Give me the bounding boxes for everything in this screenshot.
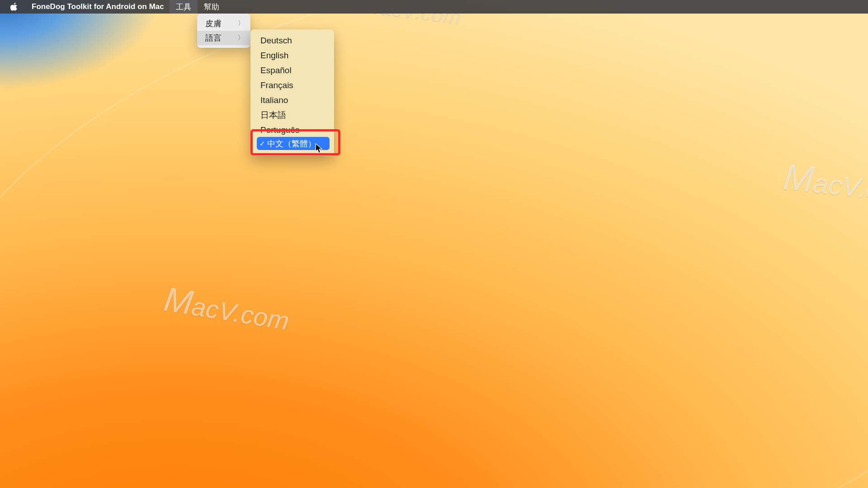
watermark: MacV.com [161, 280, 292, 338]
menu-tools[interactable]: 工具 [170, 0, 198, 14]
tools-dropdown: 皮膚 〉 語言 〉 [197, 14, 250, 48]
apple-logo-icon[interactable] [10, 3, 18, 11]
check-icon: ✓ [259, 140, 265, 148]
app-title[interactable]: FoneDog Toolkit for Android on Mac [26, 0, 170, 14]
chevron-right-icon: 〉 [238, 34, 244, 42]
dropdown-item-label: 語言 [205, 33, 222, 43]
lang-portugues[interactable]: Português [250, 122, 334, 137]
selected-language-label: 中文（繁體） [267, 138, 316, 149]
lang-deutsch[interactable]: Deutsch [250, 33, 334, 48]
dropdown-language[interactable]: 語言 〉 [197, 31, 250, 45]
lang-english[interactable]: English [250, 48, 334, 63]
lang-japanese[interactable]: 日本語 [250, 108, 334, 122]
lang-italiano[interactable]: Italiano [250, 93, 334, 108]
dropdown-skin[interactable]: 皮膚 〉 [197, 16, 250, 31]
dropdown-item-label: 皮膚 [205, 18, 222, 29]
lang-francais[interactable]: Français [250, 78, 334, 93]
menu-help[interactable]: 幫助 [198, 0, 226, 14]
chevron-right-icon: 〉 [238, 19, 244, 28]
lang-chinese-traditional-selected[interactable]: ✓ 中文（繁體） [257, 137, 330, 150]
watermark: MacV.com [781, 156, 868, 212]
lang-espanol[interactable]: Español [250, 63, 334, 78]
wallpaper-curve [0, 0, 868, 488]
desktop-wallpaper: MacV.com MacV.com MacV.com [0, 0, 868, 488]
menubar: FoneDog Toolkit for Android on Mac 工具 幫助 [0, 0, 868, 14]
